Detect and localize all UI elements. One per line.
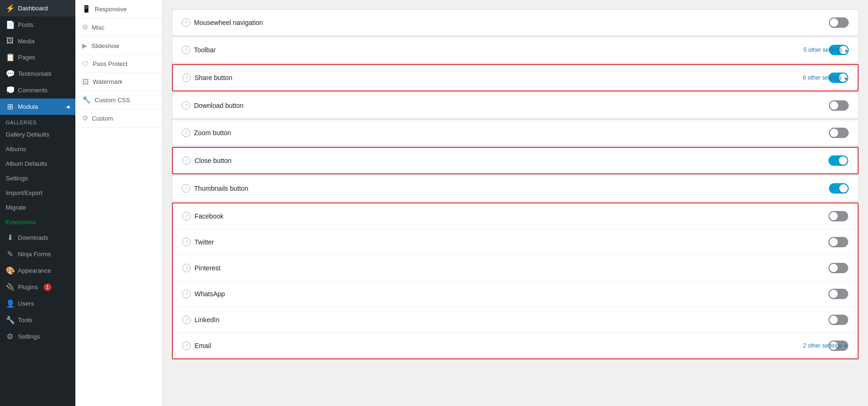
sidebar-item-settings-bottom[interactable]: ⚙ Settings xyxy=(0,328,75,345)
sidebar-item-migrate[interactable]: Migrate xyxy=(0,200,75,215)
zoom-button-toggle[interactable] xyxy=(829,128,849,138)
setting-row-mousewheel: ? Mousewheel navigation xyxy=(172,10,858,35)
linkedin-help-icon[interactable]: ? xyxy=(182,316,191,324)
sidebar-item-posts[interactable]: 📄 Posts xyxy=(0,16,75,33)
pass-protect-icon: 🛡 xyxy=(82,60,89,68)
sidebar-item-comments[interactable]: 💭 Comments xyxy=(0,82,75,98)
download-button-toggle[interactable] xyxy=(829,100,849,111)
pages-icon: 📋 xyxy=(6,53,14,62)
sidebar-item-settings[interactable]: Settings xyxy=(0,171,75,186)
toolbar-help-icon[interactable]: ? xyxy=(182,46,190,54)
toolbar-other-settings[interactable]: 5 other settings xyxy=(803,47,849,53)
close-button-toggle[interactable] xyxy=(828,155,848,166)
sidebar-item-albums[interactable]: Albums xyxy=(0,142,75,156)
submenu-item-misc[interactable]: ⚙ Misc xyxy=(75,18,162,37)
setting-row-toolbar: ? Toolbar 5 other settings xyxy=(172,37,858,63)
thumbnails-button-toggle[interactable] xyxy=(829,183,849,194)
dashboard-icon: ⚡ xyxy=(6,4,14,13)
mousewheel-help-icon[interactable]: ? xyxy=(182,18,190,27)
close-button-label: ? Close button xyxy=(182,156,828,165)
setting-row-zoom-button: ? Zoom button xyxy=(172,120,858,146)
toolbar-label: ? Toolbar xyxy=(182,46,829,54)
downloads-icon: ⬇ xyxy=(6,233,14,242)
zoom-button-help-icon[interactable]: ? xyxy=(182,129,190,137)
whatsapp-label: ? WhatsApp xyxy=(182,290,828,298)
social-arrow-down-icon xyxy=(844,342,848,349)
sidebar-item-modula[interactable]: ⊞ Modula ◀ xyxy=(0,98,75,115)
testimonials-icon: 💬 xyxy=(6,69,14,78)
share-button-arrow-up-icon xyxy=(844,74,848,81)
sidebar-item-media[interactable]: 🖼 Media xyxy=(0,33,75,49)
sidebar-item-dashboard[interactable]: ⚡ Dashboard xyxy=(0,0,75,16)
setting-row-thumbnails-button: ? Thumbnails button xyxy=(172,176,858,201)
facebook-label: ? Facebook xyxy=(182,212,828,220)
submenu-item-responsive[interactable]: 📱 Responsive xyxy=(75,0,162,18)
sidebar-item-tools[interactable]: 🔧 Tools xyxy=(0,312,75,328)
submenu-item-watermark[interactable]: 🖼 Watermark xyxy=(75,73,162,91)
submenu-item-slideshow[interactable]: ▶ Slideshow xyxy=(75,37,162,55)
setting-row-whatsapp: ? WhatsApp xyxy=(173,281,858,307)
sidebar-item-import-export[interactable]: Import/Export xyxy=(0,186,75,200)
submenu: 📱 Responsive ⚙ Misc ▶ Slideshow 🛡 Pass P… xyxy=(75,0,162,406)
twitter-help-icon[interactable]: ? xyxy=(182,238,191,246)
comments-icon: 💭 xyxy=(6,86,14,95)
email-label: ? Email xyxy=(182,341,828,350)
sidebar-item-pages[interactable]: 📋 Pages xyxy=(0,49,75,65)
share-button-help-icon[interactable]: ? xyxy=(182,73,191,82)
galleries-section-title: Galleries xyxy=(0,115,75,127)
setting-row-facebook: ? Facebook xyxy=(173,203,858,229)
twitter-label: ? Twitter xyxy=(182,238,828,246)
email-help-icon[interactable]: ? xyxy=(182,341,191,350)
sidebar: ⚡ Dashboard 📄 Posts 🖼 Media 📋 Pages 💬 Te… xyxy=(0,0,75,406)
pinterest-help-icon[interactable]: ? xyxy=(182,264,191,272)
share-button-other-settings[interactable]: 6 other settings xyxy=(803,74,848,81)
sidebar-item-users[interactable]: 👤 Users xyxy=(0,295,75,312)
sidebar-item-ninja-forms[interactable]: ✎ Ninja Forms xyxy=(0,246,75,262)
sidebar-item-appearance[interactable]: 🎨 Appearance xyxy=(0,262,75,279)
sidebar-item-gallery-defaults[interactable]: Gallery Defaults xyxy=(0,127,75,142)
modula-icon: ⊞ xyxy=(6,102,14,111)
mousewheel-label: ? Mousewheel navigation xyxy=(182,18,829,27)
zoom-button-label: ? Zoom button xyxy=(182,129,829,137)
pinterest-label: ? Pinterest xyxy=(182,264,828,272)
facebook-help-icon[interactable]: ? xyxy=(182,212,191,220)
toolbar-arrow-up-icon xyxy=(844,47,849,53)
thumbnails-button-label: ? Thumbnails button xyxy=(182,184,829,193)
submenu-item-custom-css[interactable]: 🔧 Custom CSS xyxy=(75,91,162,109)
social-other-settings[interactable]: 2 other settings xyxy=(803,342,848,349)
setting-row-linkedin: ? LinkedIn xyxy=(173,307,858,333)
users-icon: 👤 xyxy=(6,299,14,308)
slideshow-icon: ▶ xyxy=(82,41,88,50)
main-content: ? Mousewheel navigation ? Toolbar xyxy=(162,0,868,406)
misc-icon: ⚙ xyxy=(82,23,88,32)
setting-row-twitter: ? Twitter xyxy=(173,229,858,255)
thumbnails-button-help-icon[interactable]: ? xyxy=(182,184,190,193)
download-button-label: ? Download button xyxy=(182,101,829,110)
pinterest-toggle[interactable] xyxy=(828,263,848,273)
twitter-toggle[interactable] xyxy=(828,237,848,247)
sidebar-item-album-defaults[interactable]: Album Defaults xyxy=(0,156,75,171)
setting-row-email: ? Email 2 other settings xyxy=(173,333,858,358)
setting-row-close-button: ? Close button xyxy=(173,148,858,173)
whatsapp-toggle[interactable] xyxy=(828,289,848,299)
close-button-help-icon[interactable]: ? xyxy=(182,156,191,165)
sidebar-item-extensions[interactable]: Extensions xyxy=(0,215,75,229)
sidebar-item-plugins[interactable]: 🔌 Plugins 1 xyxy=(0,279,75,295)
media-icon: 🖼 xyxy=(6,37,14,45)
sidebar-item-downloads[interactable]: ⬇ Downloads xyxy=(0,229,75,246)
submenu-item-custom[interactable]: ⚙ Custom xyxy=(75,109,162,128)
mousewheel-toggle[interactable] xyxy=(829,17,849,28)
appearance-icon: 🎨 xyxy=(6,266,14,275)
linkedin-toggle[interactable] xyxy=(828,315,848,325)
plugins-icon: 🔌 xyxy=(6,283,14,292)
whatsapp-help-icon[interactable]: ? xyxy=(182,290,191,298)
sidebar-item-testimonials[interactable]: 💬 Testimonials xyxy=(0,65,75,82)
setting-row-share-button: ? Share button 6 other settings xyxy=(173,65,858,90)
download-button-help-icon[interactable]: ? xyxy=(182,101,190,110)
tools-icon: 🔧 xyxy=(6,316,14,325)
submenu-item-pass-protect[interactable]: 🛡 Pass Protect xyxy=(75,55,162,73)
share-button-label: ? Share button xyxy=(182,73,828,82)
linkedin-label: ? LinkedIn xyxy=(182,316,828,324)
facebook-toggle[interactable] xyxy=(828,211,848,221)
plugins-badge: 1 xyxy=(44,284,51,291)
